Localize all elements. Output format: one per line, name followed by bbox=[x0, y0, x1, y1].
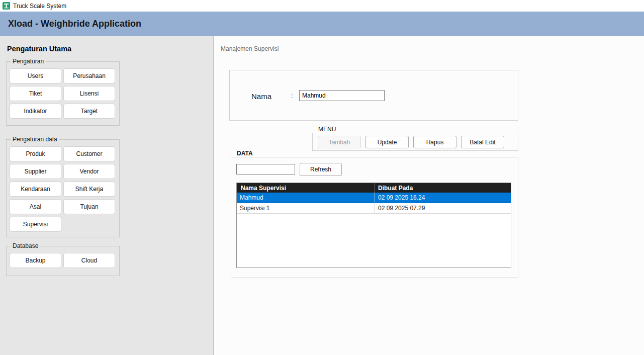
column-header-nama-supervisi[interactable]: Nama Supervisi bbox=[237, 185, 375, 192]
table-row[interactable]: Mahmud 02 09 2025 16.24 bbox=[237, 193, 511, 203]
sidebar-button-backup[interactable]: Backup bbox=[10, 253, 61, 268]
app-icon bbox=[3, 2, 10, 10]
group-database-buttons: Backup Cloud bbox=[7, 246, 119, 268]
column-header-dibuat-pada[interactable]: Dibuat Pada bbox=[375, 183, 511, 193]
group-pengaturan-buttons: Users Perusahaan Tiket Lisensi Indikator… bbox=[7, 62, 119, 119]
table-cell-nama: Supervisi 1 bbox=[237, 205, 375, 212]
group-pengaturan-data-label: Pengaturan data bbox=[11, 136, 59, 143]
data-group-label: DATA bbox=[235, 150, 254, 157]
app-header-title: Xload - Weighbride Application bbox=[8, 19, 141, 29]
menu-group: MENU Tambah Update Hapus Batal Edit bbox=[312, 133, 518, 151]
sidebar-title: Pengaturan Utama bbox=[7, 45, 71, 53]
table-cell-dibuat: 02 09 2025 16.24 bbox=[375, 193, 511, 203]
table-header-row: Nama Supervisi Dibuat Pada bbox=[237, 183, 511, 193]
nama-input[interactable] bbox=[299, 90, 385, 101]
sidebar-button-shift-kerja[interactable]: Shift Kerja bbox=[63, 182, 115, 197]
batal-edit-button[interactable]: Batal Edit bbox=[461, 136, 504, 148]
page-title: Manajemen Supervisi bbox=[221, 45, 279, 52]
table-row[interactable]: Supervisi 1 02 09 2025 07.29 bbox=[237, 203, 511, 214]
update-button[interactable]: Update bbox=[365, 136, 409, 148]
menu-buttons: Tambah Update Hapus Batal Edit bbox=[313, 133, 518, 148]
sidebar-button-vendor[interactable]: Vendor bbox=[63, 164, 115, 179]
sidebar-button-supplier[interactable]: Supplier bbox=[10, 164, 61, 179]
main-panel: Manajemen Supervisi Nama : MENU Tambah U… bbox=[214, 36, 644, 355]
sidebar-button-perusahaan[interactable]: Perusahaan bbox=[63, 68, 115, 83]
data-group: DATA Refresh Nama Supervisi Dibuat Pada … bbox=[231, 157, 518, 278]
content-area: Pengaturan Utama Pengaturan Users Perusa… bbox=[0, 36, 644, 355]
search-input[interactable] bbox=[236, 164, 295, 174]
sidebar-button-tiket[interactable]: Tiket bbox=[10, 86, 61, 101]
sidebar-button-cloud[interactable]: Cloud bbox=[63, 253, 115, 268]
tambah-button[interactable]: Tambah bbox=[318, 136, 361, 148]
group-pengaturan-data: Pengaturan data Produk Customer Supplier… bbox=[6, 139, 120, 237]
group-database-label: Database bbox=[11, 242, 40, 249]
table-cell-nama: Mahmud bbox=[237, 194, 375, 201]
refresh-button[interactable]: Refresh bbox=[300, 163, 342, 176]
sidebar-button-kendaraan[interactable]: Kendaraan bbox=[10, 182, 61, 197]
sidebar: Pengaturan Utama Pengaturan Users Perusa… bbox=[0, 36, 214, 355]
form-group: Nama : bbox=[229, 70, 518, 121]
sidebar-button-lisensi[interactable]: Lisensi bbox=[63, 86, 115, 101]
supervisi-table: Nama Supervisi Dibuat Pada Mahmud 02 09 … bbox=[236, 183, 511, 268]
sidebar-button-target[interactable]: Target bbox=[63, 104, 115, 119]
table-cell-dibuat: 02 09 2025 07.29 bbox=[375, 203, 511, 213]
sidebar-button-users[interactable]: Users bbox=[10, 68, 61, 83]
group-pengaturan: Pengaturan Users Perusahaan Tiket Lisens… bbox=[6, 61, 120, 126]
sidebar-button-asal[interactable]: Asal bbox=[10, 199, 61, 214]
window-titlebar: Truck Scale System bbox=[0, 0, 644, 12]
nama-label: Nama bbox=[251, 92, 271, 101]
sidebar-button-indikator[interactable]: Indikator bbox=[10, 104, 61, 119]
menu-group-label: MENU bbox=[317, 126, 337, 133]
group-database: Database Backup Cloud bbox=[6, 246, 120, 276]
sidebar-button-tujuan[interactable]: Tujuan bbox=[63, 199, 115, 214]
nama-separator: : bbox=[291, 92, 293, 100]
group-pengaturan-data-buttons: Produk Customer Supplier Vendor Kendaraa… bbox=[7, 140, 119, 232]
sidebar-button-produk[interactable]: Produk bbox=[10, 146, 61, 161]
sidebar-button-supervisi[interactable]: Supervisi bbox=[10, 217, 61, 232]
group-pengaturan-label: Pengaturan bbox=[11, 58, 46, 65]
window-title: Truck Scale System bbox=[13, 3, 66, 10]
sidebar-button-customer[interactable]: Customer bbox=[63, 146, 115, 161]
hapus-button[interactable]: Hapus bbox=[413, 136, 456, 148]
app-header: Xload - Weighbride Application bbox=[0, 12, 644, 36]
